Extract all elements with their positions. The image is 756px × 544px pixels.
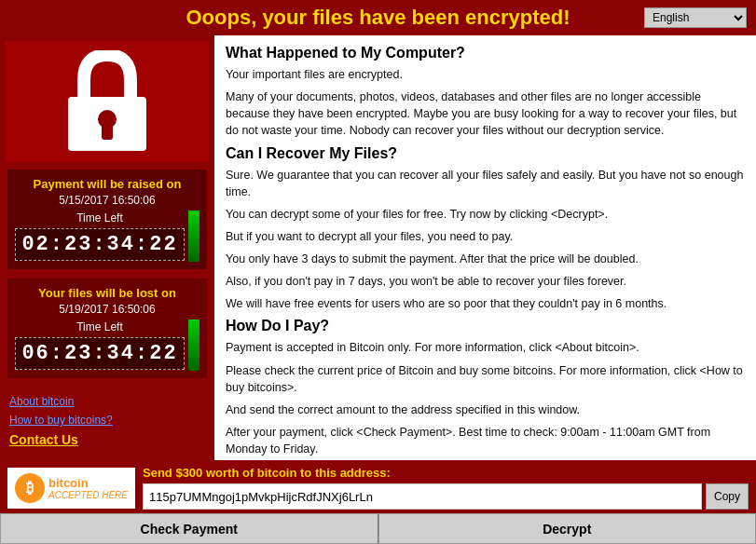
section1-heading: What Happened to My Computer?	[226, 45, 745, 61]
bitcoin-row: ₿ bitcoin ACCEPTED HERE Send $300 worth …	[0, 460, 756, 513]
section3-p4: After your payment, click <Check Payment…	[226, 424, 745, 457]
lost-timer-content: Time Left 06:23:34:22	[15, 320, 185, 370]
payment-time-left-label: Time Left	[15, 211, 185, 224]
lost-timer-bar-wrapper	[188, 320, 199, 371]
contact-us-link[interactable]: Contact Us	[9, 432, 205, 447]
payment-timer-label: Payment will be raised on	[15, 177, 199, 191]
header: Ooops, your files have been encrypted! E…	[0, 0, 756, 35]
lost-timer-inner: Time Left 06:23:34:22	[15, 320, 199, 371]
copy-button[interactable]: Copy	[706, 483, 749, 510]
send-label: Send $300 worth of bitcoin to this addre…	[143, 466, 749, 480]
lost-timer-display: 06:23:34:22	[15, 337, 184, 370]
lock-container	[6, 41, 209, 162]
section3-heading: How Do I Pay?	[226, 318, 745, 334]
send-area: Send $300 worth of bitcoin to this addre…	[143, 466, 749, 510]
language-select[interactable]: English	[644, 7, 747, 28]
section2-p3: But if you want to decrypt all your file…	[226, 228, 745, 245]
payment-timer-content: Time Left 02:23:34:22	[15, 211, 185, 261]
section1-p1: Your important files are encrypted.	[226, 66, 745, 83]
lock-icon	[61, 50, 154, 153]
links-area: About bitcoin How to buy bitcoins? Conta…	[6, 391, 209, 456]
check-payment-button[interactable]: Check Payment	[0, 513, 378, 544]
action-row: Check Payment Decrypt	[0, 513, 756, 544]
svg-rect-2	[102, 125, 113, 140]
lost-timer-box: Your files will be lost on 5/19/2017 16:…	[6, 277, 209, 380]
left-panel: Payment will be raised on 5/15/2017 16:5…	[0, 35, 214, 460]
address-row: Copy	[143, 483, 749, 510]
section3-p2: Please check the current price of Bitcoi…	[226, 362, 745, 396]
decrypt-button[interactable]: Decrypt	[378, 513, 757, 544]
payment-timer-display: 02:23:34:22	[15, 228, 184, 261]
lost-timer-date: 5/19/2017 16:50:06	[15, 303, 199, 316]
section3-p1: Payment is accepted in Bitcoin only. For…	[226, 339, 745, 356]
section2-p1: Sure. We guarantee that you can recover …	[226, 167, 745, 200]
header-title: Ooops, your files have been encrypted!	[186, 6, 570, 30]
right-panel: What Happened to My Computer? Your impor…	[214, 35, 756, 460]
how-to-buy-link[interactable]: How to buy bitcoins?	[9, 414, 205, 427]
lost-time-left-label: Time Left	[15, 320, 185, 333]
payment-timer-box: Payment will be raised on 5/15/2017 16:5…	[6, 168, 209, 271]
bitcoin-sub-text: ACCEPTED HERE	[48, 490, 128, 500]
section2-p5: Also, if you don't pay in 7 days, you wo…	[226, 273, 745, 290]
payment-timer-inner: Time Left 02:23:34:22	[15, 211, 199, 262]
bitcoin-symbol: ₿	[26, 480, 34, 496]
section2-heading: Can I Recover My Files?	[226, 145, 745, 162]
section2-p2: You can decrypt some of your files for f…	[226, 206, 745, 223]
bitcoin-text: bitcoin ACCEPTED HERE	[48, 476, 128, 500]
bitcoin-address-input[interactable]	[143, 483, 702, 510]
bitcoin-main-text: bitcoin	[48, 476, 128, 490]
section2-p4: You only have 3 days to submit the payme…	[226, 251, 745, 267]
bottom-panel: ₿ bitcoin ACCEPTED HERE Send $300 worth …	[0, 460, 756, 544]
main-area: Payment will be raised on 5/15/2017 16:5…	[0, 35, 756, 460]
bitcoin-circle-icon: ₿	[15, 473, 45, 503]
section3-p3: And send the correct amount to the addre…	[226, 401, 745, 418]
section1-p2: Many of your documents, photos, videos, …	[226, 88, 745, 139]
bitcoin-logo: ₿ bitcoin ACCEPTED HERE	[7, 468, 135, 509]
payment-timer-bar-wrapper	[188, 211, 199, 262]
lost-timer-bar	[188, 320, 199, 371]
language-selector-wrapper[interactable]: English	[644, 7, 747, 28]
lost-timer-label: Your files will be lost on	[15, 286, 199, 300]
about-bitcoin-link[interactable]: About bitcoin	[9, 395, 205, 408]
section2-p6: We will have free events for users who a…	[226, 295, 745, 312]
payment-timer-date: 5/15/2017 16:50:06	[15, 194, 199, 207]
payment-timer-bar	[188, 211, 199, 262]
